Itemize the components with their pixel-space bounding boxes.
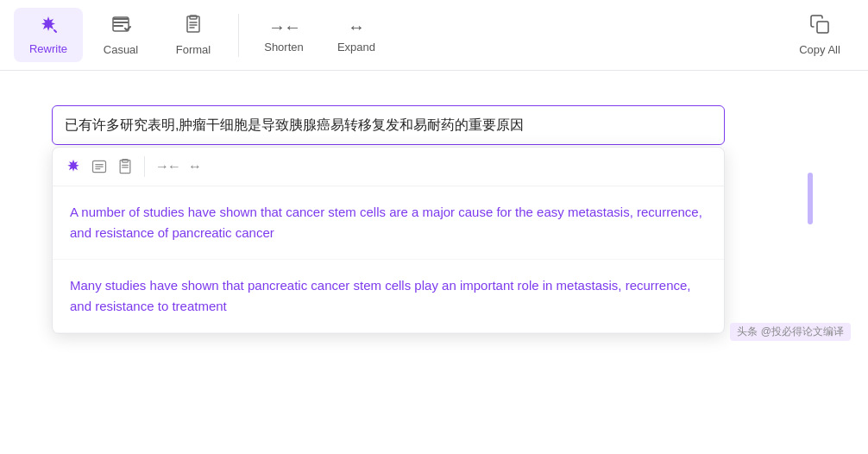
main-toolbar: Rewrite Casual Formal →← Shorten — [0, 0, 868, 71]
result-item-2[interactable]: Many studies have shown that pancreatic … — [53, 260, 724, 333]
expand-icon: ↔ — [348, 17, 365, 37]
svg-rect-6 — [817, 22, 828, 33]
svg-rect-2 — [190, 16, 197, 19]
dropdown-formal-icon[interactable] — [116, 158, 134, 175]
main-content: 已有许多研究表明,肿瘤干细胞是导致胰腺癌易转移复发和易耐药的重要原因 — [0, 71, 868, 351]
copy-icon — [809, 14, 830, 40]
dropdown-toolbar-divider — [144, 156, 145, 177]
copy-all-button[interactable]: Copy All — [785, 7, 854, 63]
rewrite-icon — [38, 15, 59, 39]
casual-button[interactable]: Casual — [86, 7, 155, 63]
watermark: 头条 @投必得论文编译 — [730, 323, 851, 341]
dropdown-toolbar: →← ↔ — [53, 148, 724, 186]
dropdown-shorten-icon[interactable]: →← — [155, 159, 179, 174]
formal-icon — [183, 14, 204, 40]
dropdown-results: A number of studies have shown that canc… — [53, 186, 724, 333]
shorten-button[interactable]: →← Shorten — [249, 10, 318, 60]
casual-icon — [110, 14, 131, 40]
rewrite-button[interactable]: Rewrite — [14, 8, 83, 62]
expand-label: Expand — [337, 41, 375, 54]
casual-label: Casual — [104, 43, 138, 56]
input-text[interactable]: 已有许多研究表明,肿瘤干细胞是导致胰腺癌易转移复发和易耐药的重要原因 — [52, 105, 725, 145]
dropdown-casual-icon[interactable] — [91, 158, 108, 175]
copy-all-label: Copy All — [799, 43, 840, 56]
dropdown-rewrite-icon[interactable] — [65, 158, 82, 175]
dropdown-wrapper: →← ↔ A number of studies have shown that… — [52, 147, 816, 334]
formal-label: Formal — [176, 43, 211, 56]
formal-button[interactable]: Formal — [159, 7, 228, 63]
shorten-icon: →← — [268, 17, 299, 37]
toolbar-divider — [238, 14, 239, 57]
svg-rect-12 — [123, 160, 129, 162]
shorten-label: Shorten — [264, 41, 304, 54]
dropdown-expand-icon[interactable]: ↔ — [188, 159, 202, 174]
result-item-1[interactable]: A number of studies have shown that canc… — [53, 186, 724, 260]
dropdown-panel: →← ↔ A number of studies have shown that… — [52, 147, 725, 334]
expand-button[interactable]: ↔ Expand — [322, 10, 391, 60]
rewrite-label: Rewrite — [29, 42, 67, 55]
